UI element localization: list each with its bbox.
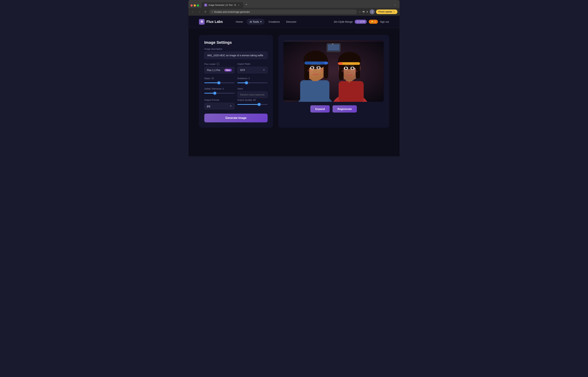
output-quality-track [237,104,268,105]
output-format-label: Output Format [204,99,235,101]
svg-point-13 [324,61,328,65]
aspect-ratio-chevron-icon: ▼ [263,69,265,71]
safety-thumb[interactable] [213,92,216,94]
svg-point-37 [332,44,333,45]
extensions-icon[interactable]: ⬒ [362,10,365,13]
logo[interactable]: ⌘ Flux Labs [199,19,223,25]
tab-close-button[interactable]: ✕ [237,4,240,7]
user-name: Jim Clyde Monge [334,20,353,23]
seed-group: Seed [237,87,268,98]
nav-creations[interactable]: Creations [266,19,282,25]
aspect-ratio-group: Aspect Ratio 16:9 ▼ [237,63,268,73]
seed-label: Seed [237,87,268,90]
logo-text: Flux Labs [206,20,223,24]
regenerate-button[interactable]: Regenerate [333,105,357,113]
nav-home[interactable]: Home [233,19,245,25]
description-text: IMG_1025.HEIC an image of a woman taking… [207,54,263,57]
tab-bar: F Image Generator | AI Tool - N ✕ + ⌄ [188,0,400,8]
credits-badge: ⬡ 1278 [355,20,367,24]
steps-thumb[interactable] [217,82,220,84]
url-text: fluxlabs.ai/ai-tools/image-generator [214,11,250,13]
close-window-dot[interactable] [191,4,193,7]
svg-point-41 [319,69,324,72]
expand-button[interactable]: Expand [310,105,330,113]
app-wrapper: ⌘ Flux Labs Home AI Tools ▼ Creations Di… [188,16,400,156]
steps-fill [204,82,219,83]
browser-chrome: F Image Generator | AI Tool - N ✕ + ⌄ ← … [188,0,400,16]
sign-out-link[interactable]: Sign out [380,20,389,23]
output-format-select[interactable]: jpg ▼ [204,103,235,109]
description-display[interactable]: IMG_1025.HEIC an image of a woman taking… [204,52,268,59]
generate-image-button[interactable]: Generate Image [204,114,268,122]
tab-title: Image Generator | AI Tool - N [208,4,236,6]
output-format-group: Output Format jpg ▼ [204,99,235,109]
back-button[interactable]: ← [191,10,195,14]
secure-icon: ⊙ [212,11,213,13]
nav-links: Home AI Tools ▼ Creations Discover [233,19,334,25]
finish-update-button[interactable]: Finish update ⋮ [376,10,397,14]
ai-tools-chevron-icon: ▼ [260,21,262,23]
finish-update-label: Finish update [378,11,392,13]
browser-menu-button[interactable]: ⌄ [393,2,397,7]
safety-seed-row: Safety Tolerance: 2 Seed [204,87,268,98]
safety-label: Safety Tolerance: 2 [204,87,235,90]
steps-slider[interactable] [204,81,235,84]
svg-point-38 [311,62,321,69]
image-actions: Expand Regenerate [310,105,357,113]
nav-right: Jim Clyde Monge ⬡ 1278 🔔 1 Sign out [334,20,389,24]
flux-model-info-icon[interactable]: i [216,63,219,65]
nav-discover[interactable]: Discover [284,19,299,25]
guidance-group: Guidance: 3 [237,77,268,84]
credits-icon: ⬡ [357,20,359,23]
safety-track [204,93,235,94]
ai-tools-label: AI Tools [250,20,259,23]
address-actions: ☆ ⬒ ⬇ J Finish update ⋮ [359,9,397,14]
image-output-panel: Expand Regenerate [278,35,389,128]
maximize-window-dot[interactable] [197,4,199,7]
app-nav: ⌘ Flux Labs Home AI Tools ▼ Creations Di… [188,16,400,28]
output-quality-slider[interactable] [237,103,268,106]
nav-ai-tools[interactable]: AI Tools ▼ [247,19,265,25]
svg-rect-4 [339,81,364,102]
window-controls [191,4,199,8]
safety-fill [204,93,215,94]
aspect-ratio-select[interactable]: 16:9 ▼ [237,67,268,73]
svg-point-44 [349,82,350,83]
safety-slider[interactable] [204,92,235,95]
seed-input[interactable] [237,92,268,98]
minimize-window-dot[interactable] [194,4,196,7]
active-tab[interactable]: F Image Generator | AI Tool - N ✕ [202,2,243,8]
output-format-wrapper: jpg ▼ [204,103,235,109]
reload-button[interactable]: ↺ [203,10,207,14]
output-quality-group: Output Quality: 80 [237,99,268,109]
url-bar[interactable]: ⊙ fluxlabs.ai/ai-tools/image-generator [209,10,357,14]
svg-rect-36 [328,44,340,51]
steps-label: Steps: 25 [204,77,235,80]
model-ratio-row: Flux model i Flux 1.1 Pro New Aspect Rat… [204,63,268,73]
image-settings-panel: Image Settings Image description <span d… [199,35,273,128]
tab-favicon: F [204,4,207,7]
guidance-thumb[interactable] [245,82,248,84]
output-quality-label: Output Quality: 80 [237,99,268,101]
output-format-chevron-icon: ▼ [230,105,232,107]
svg-point-40 [307,69,312,72]
description-label: Image description [204,48,268,50]
new-tab-button[interactable]: + [244,1,249,8]
download-icon[interactable]: ⬇ [366,10,368,13]
flux-model-select[interactable]: Flux 1.1 Pro New [204,67,235,73]
output-row: Output Format jpg ▼ Output Quality: 80 [204,99,268,109]
output-quality-thumb[interactable] [258,103,261,106]
flux-model-group: Flux model i Flux 1.1 Pro New [204,63,235,73]
bookmark-icon[interactable]: ☆ [359,10,361,13]
menu-dots-icon: ⋮ [393,11,395,13]
guidance-slider[interactable] [237,81,268,84]
credits-value: 1278 [360,20,365,23]
flux-model-label: Flux model i [204,63,235,65]
forward-button[interactable]: → [197,10,202,14]
generated-image [283,40,384,102]
flux-model-value: Flux 1.1 Pro [207,69,220,71]
steps-track [204,82,235,83]
notifications-badge[interactable]: 🔔 1 [369,20,378,24]
user-avatar[interactable]: J [370,9,375,14]
address-bar: ← → ↺ ⊙ fluxlabs.ai/ai-tools/image-gener… [188,8,400,16]
